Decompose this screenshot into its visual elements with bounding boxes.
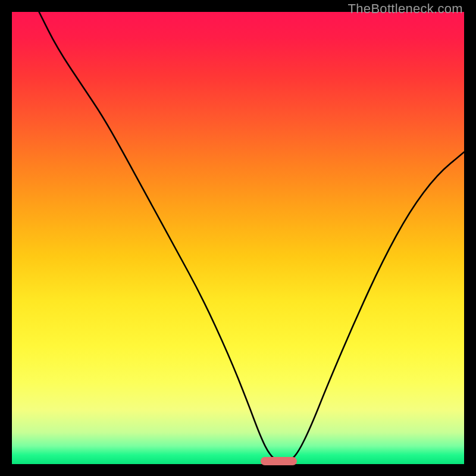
chart-frame: TheBottleneck.com [0,0,476,476]
bottleneck-curve [12,12,464,464]
plot-area [12,12,464,464]
optimal-range-marker [261,457,297,465]
watermark-text: TheBottleneck.com [348,1,463,17]
